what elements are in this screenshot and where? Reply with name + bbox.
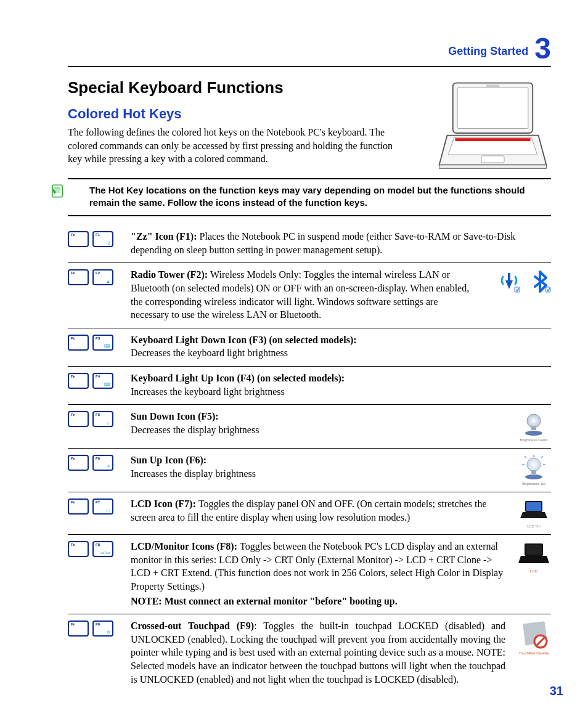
hotkey-row-f3: Fn F3⌨ Keyboard Light Down Icon (F3) (on… bbox=[68, 328, 551, 367]
page-subtitle: Colored Hot Keys bbox=[68, 106, 423, 122]
fn-key-icon: Fn bbox=[68, 621, 89, 637]
key-combo: Fn F3⌨ bbox=[68, 333, 123, 351]
f4-key-icon: F4⌨ bbox=[92, 373, 113, 389]
hotkey-description: "Zz" Icon (F1): Places the Notebook PC i… bbox=[131, 230, 551, 256]
svg-line-21 bbox=[541, 456, 543, 458]
svg-point-13 bbox=[527, 414, 541, 428]
svg-rect-14 bbox=[531, 426, 536, 430]
key-combo: Fn F1Z bbox=[68, 230, 123, 247]
fn-key-icon: Fn bbox=[68, 373, 89, 389]
section-name: Getting Started bbox=[448, 45, 528, 58]
touchpad-disable-icon bbox=[517, 621, 550, 650]
hotkey-row-f2: Fn F2▲ Radio Tower (F2): Wireless Models… bbox=[68, 263, 551, 328]
svg-rect-27 bbox=[526, 545, 542, 555]
hotkey-description: Sun Down Icon (F5):Decreases the display… bbox=[131, 410, 509, 436]
page-title: Special Keyboard Functions bbox=[68, 78, 423, 97]
fn-key-icon: Fn bbox=[68, 411, 89, 427]
svg-rect-25 bbox=[526, 502, 541, 511]
svg-rect-22 bbox=[531, 470, 536, 474]
hotkey-description: LCD/Monitor Icons (F8): Toggles between … bbox=[131, 540, 509, 608]
note-icon bbox=[49, 183, 65, 199]
key-combo: Fn F6☀ bbox=[68, 454, 123, 471]
wifi-icon bbox=[498, 271, 520, 293]
svg-rect-3 bbox=[455, 138, 530, 141]
bulb-up-icon bbox=[521, 455, 547, 481]
key-combo: Fn F8▭/▭ bbox=[68, 540, 123, 557]
hotkey-description: Sun Up Icon (F6):Increases the display b… bbox=[131, 454, 509, 480]
svg-line-20 bbox=[525, 456, 526, 458]
hotkey-description: Keyboard Light Up Icon (F4) (on selected… bbox=[131, 372, 551, 398]
hotkey-row-f9: Fn F9⊘ Crossed-out Touchpad (F9): Toggle… bbox=[68, 614, 551, 692]
f2-key-icon: F2▲ bbox=[92, 269, 113, 285]
fn-key-icon: Fn bbox=[68, 541, 89, 557]
laptop-illustration bbox=[434, 78, 551, 171]
note-text: The Hot Key locations on the function ke… bbox=[68, 184, 551, 210]
intro-paragraph: The following defines the colored hot ke… bbox=[68, 126, 401, 166]
svg-rect-10 bbox=[508, 273, 510, 282]
laptop-off-icon bbox=[517, 541, 550, 568]
chapter-number: 3 bbox=[534, 34, 551, 63]
icon-caption: LCD On bbox=[527, 524, 541, 528]
svg-point-15 bbox=[525, 431, 542, 436]
f1-key-icon: F1Z bbox=[92, 231, 113, 247]
bulb-down-icon bbox=[521, 411, 547, 437]
key-combo: Fn F9⊘ bbox=[68, 619, 123, 637]
hotkey-row-f7: Fn F7▭ LCD Icon (F7): Toggles the displa… bbox=[68, 492, 551, 535]
svg-rect-2 bbox=[486, 84, 499, 87]
f8-key-icon: F8▭/▭ bbox=[92, 541, 113, 557]
bluetooth-icon bbox=[529, 271, 551, 293]
svg-rect-5 bbox=[439, 165, 546, 169]
f7-key-icon: F7▭ bbox=[92, 498, 113, 515]
fn-key-icon: Fn bbox=[68, 335, 89, 351]
fn-key-icon: Fn bbox=[68, 455, 89, 471]
page-number: 31 bbox=[550, 684, 563, 698]
key-combo: Fn F7▭ bbox=[68, 497, 123, 515]
svg-point-23 bbox=[525, 474, 542, 479]
hotkey-row-f4: Fn F4⌨ Keyboard Light Up Icon (F4) (on s… bbox=[68, 367, 551, 405]
icon-caption: Brightness Up bbox=[522, 482, 545, 486]
note-callout: The Hot Key locations on the function ke… bbox=[68, 178, 551, 217]
fn-key-icon: Fn bbox=[68, 498, 89, 515]
fn-key-icon: Fn bbox=[68, 231, 89, 247]
key-combo: Fn F4⌨ bbox=[68, 372, 123, 389]
key-combo: Fn F5☼ bbox=[68, 410, 123, 427]
svg-rect-1 bbox=[457, 87, 528, 129]
f5-key-icon: F5☼ bbox=[92, 411, 113, 427]
hotkey-row-f6: Fn F6☀ Sun Up Icon (F6):Increases the di… bbox=[68, 449, 551, 492]
f3-key-icon: F3⌨ bbox=[92, 335, 113, 351]
laptop-on-icon bbox=[519, 498, 549, 523]
icon-caption: TouchPad Disable bbox=[519, 651, 549, 655]
svg-rect-4 bbox=[481, 156, 504, 163]
icon-caption: LCD bbox=[530, 569, 537, 573]
f9-key-icon: F9⊘ bbox=[92, 621, 113, 637]
hotkey-row-f8: Fn F8▭/▭ LCD/Monitor Icons (F8): Toggles… bbox=[68, 535, 551, 614]
hotkey-description: Radio Tower (F2): Wireless Models Only: … bbox=[131, 268, 476, 321]
key-combo: Fn F2▲ bbox=[68, 268, 123, 285]
hotkey-description: LCD Icon (F7): Toggles the display panel… bbox=[131, 497, 509, 524]
running-header: Getting Started 3 bbox=[68, 34, 551, 67]
hotkey-description: Keyboard Light Down Icon (F3) (on select… bbox=[131, 333, 551, 360]
svg-point-16 bbox=[527, 458, 541, 471]
f6-key-icon: F6☀ bbox=[92, 455, 113, 471]
icon-caption: Brightness Down bbox=[520, 438, 547, 442]
fn-key-icon: Fn bbox=[68, 269, 89, 285]
hotkey-description: Crossed-out Touchpad (F9): Toggles the b… bbox=[131, 619, 509, 686]
hotkey-row-f5: Fn F5☼ Sun Down Icon (F5):Decreases the … bbox=[68, 405, 551, 449]
hotkey-row-f1: Fn F1Z "Zz" Icon (F1): Places the Notebo… bbox=[68, 225, 551, 263]
